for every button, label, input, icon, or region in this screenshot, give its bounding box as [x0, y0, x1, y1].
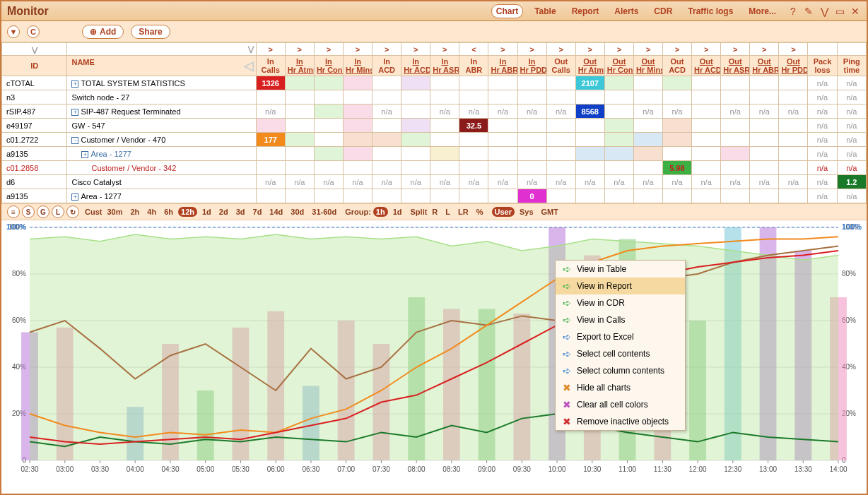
- split-L[interactable]: L: [442, 207, 453, 217]
- menu-item[interactable]: ➪Export to Excel: [556, 328, 685, 345]
- filter-cell[interactable]: >: [692, 43, 721, 56]
- metric-cell[interactable]: n/a: [546, 175, 575, 189]
- menu-item[interactable]: ➪View in CDR: [556, 294, 685, 311]
- range-4h[interactable]: 4h: [144, 207, 159, 217]
- range-2h[interactable]: 2h: [127, 207, 142, 217]
- metric-cell[interactable]: [430, 76, 459, 90]
- metric-cell[interactable]: [343, 119, 372, 133]
- col-header[interactable]: InHr Atmpt: [285, 56, 314, 76]
- filter-cell[interactable]: >: [604, 43, 633, 56]
- menu-item[interactable]: ➪View in Report: [556, 278, 685, 294]
- metric-cell[interactable]: [373, 76, 401, 90]
- table-row[interactable]: a9135+Area - 1277n/an/a: [2, 147, 867, 161]
- metric-cell[interactable]: [575, 133, 604, 147]
- table-row[interactable]: cTOTAL+TOTAL SYSTEM STATISTICS13262107n/…: [2, 76, 867, 90]
- metric-cell[interactable]: n/a: [808, 90, 837, 105]
- metric-cell[interactable]: [256, 147, 285, 161]
- metric-cell[interactable]: [401, 147, 430, 161]
- refresh-icon[interactable]: C: [27, 25, 40, 38]
- metric-cell[interactable]: [750, 161, 779, 175]
- filter-cell[interactable]: >: [575, 43, 604, 56]
- metric-cell[interactable]: [401, 105, 430, 119]
- metric-cell[interactable]: [430, 189, 459, 203]
- metric-cell[interactable]: n/a: [837, 119, 866, 133]
- col-header[interactable]: OutHr Atmpt: [575, 56, 604, 76]
- metric-cell[interactable]: [314, 105, 343, 119]
- metric-cell[interactable]: [633, 161, 662, 175]
- metric-cell[interactable]: [459, 133, 488, 147]
- metric-cell[interactable]: [285, 161, 314, 175]
- col-header[interactable]: OutHr Mins: [633, 56, 662, 76]
- metric-cell[interactable]: [721, 90, 750, 105]
- filter-cell[interactable]: >: [750, 43, 779, 56]
- metric-cell[interactable]: [575, 147, 604, 161]
- metric-cell[interactable]: [633, 189, 662, 203]
- metric-cell[interactable]: [779, 119, 808, 133]
- metric-cell[interactable]: [488, 147, 517, 161]
- col-header[interactable]: InHr ABR: [488, 56, 517, 76]
- filter-icon[interactable]: ▼: [7, 25, 20, 38]
- metric-cell[interactable]: [373, 90, 401, 105]
- metric-cell[interactable]: [488, 189, 517, 203]
- metric-cell[interactable]: [459, 90, 488, 105]
- metric-cell[interactable]: 5.98: [663, 161, 692, 175]
- metric-cell[interactable]: [373, 189, 401, 203]
- metric-cell[interactable]: [604, 189, 633, 203]
- metric-cell[interactable]: 1326: [256, 76, 285, 90]
- metric-cell[interactable]: [285, 90, 314, 105]
- metric-cell[interactable]: n/a: [314, 175, 343, 189]
- metric-cell[interactable]: [721, 133, 750, 147]
- close-icon[interactable]: ✕: [850, 6, 861, 17]
- col-header[interactable]: Pingtime: [837, 56, 866, 76]
- metric-cell[interactable]: [401, 133, 430, 147]
- metric-cell[interactable]: [517, 147, 546, 161]
- menu-item[interactable]: ➪View in Calls: [556, 311, 685, 328]
- metric-cell[interactable]: [314, 76, 343, 90]
- col-header[interactable]: InHr ACD: [401, 56, 430, 76]
- table-row[interactable]: a9135+Area - 12770n/an/a: [2, 189, 867, 203]
- metric-cell[interactable]: n/a: [721, 105, 750, 119]
- metric-cell[interactable]: [663, 76, 692, 90]
- metric-cell[interactable]: [401, 189, 430, 203]
- metric-cell[interactable]: [692, 76, 721, 90]
- metric-cell[interactable]: n/a: [517, 105, 546, 119]
- metric-cell[interactable]: [721, 76, 750, 90]
- metric-cell[interactable]: n/a: [808, 189, 837, 203]
- metric-cell[interactable]: n/a: [837, 90, 866, 105]
- metric-cell[interactable]: n/a: [430, 175, 459, 189]
- metric-cell[interactable]: [343, 161, 372, 175]
- chart-mode-button[interactable]: S: [22, 205, 35, 218]
- metric-cell[interactable]: [604, 133, 633, 147]
- metric-cell[interactable]: n/a: [488, 175, 517, 189]
- metric-cell[interactable]: [779, 90, 808, 105]
- metric-cell[interactable]: [401, 161, 430, 175]
- metric-cell[interactable]: n/a: [663, 105, 692, 119]
- metric-cell[interactable]: 32.5: [459, 119, 488, 133]
- metric-cell[interactable]: [633, 133, 662, 147]
- table-row[interactable]: d6Cisco Catalystn/an/an/an/an/an/an/an/a…: [2, 175, 867, 189]
- metric-cell[interactable]: n/a: [459, 105, 488, 119]
- metric-cell[interactable]: [285, 105, 314, 119]
- metric-cell[interactable]: 2107: [575, 76, 604, 90]
- metric-cell[interactable]: [604, 119, 633, 133]
- chart-mode-button[interactable]: G: [37, 205, 49, 218]
- metric-cell[interactable]: n/a: [285, 175, 314, 189]
- metric-cell[interactable]: [575, 90, 604, 105]
- range-12h[interactable]: 12h: [178, 207, 197, 217]
- metric-cell[interactable]: n/a: [750, 105, 779, 119]
- metric-cell[interactable]: [750, 119, 779, 133]
- metric-cell[interactable]: n/a: [692, 175, 721, 189]
- maximize-icon[interactable]: ▭: [834, 6, 845, 17]
- metric-cell[interactable]: [314, 133, 343, 147]
- tree-toggle-icon[interactable]: -: [71, 137, 78, 144]
- table-row[interactable]: n3Switch node - 27n/an/a: [2, 90, 867, 105]
- chart-mode-button[interactable]: ≡: [7, 205, 20, 218]
- menu-item[interactable]: ➪Select cell contents: [556, 345, 685, 362]
- tab-traffic-logs[interactable]: Traffic logs: [684, 5, 737, 18]
- metric-cell[interactable]: n/a: [459, 175, 488, 189]
- range-31-60d[interactable]: 31-60d: [309, 207, 339, 217]
- filter-cell[interactable]: >: [779, 43, 808, 56]
- metric-cell[interactable]: [256, 90, 285, 105]
- metric-cell[interactable]: n/a: [633, 105, 662, 119]
- metric-cell[interactable]: n/a: [373, 175, 401, 189]
